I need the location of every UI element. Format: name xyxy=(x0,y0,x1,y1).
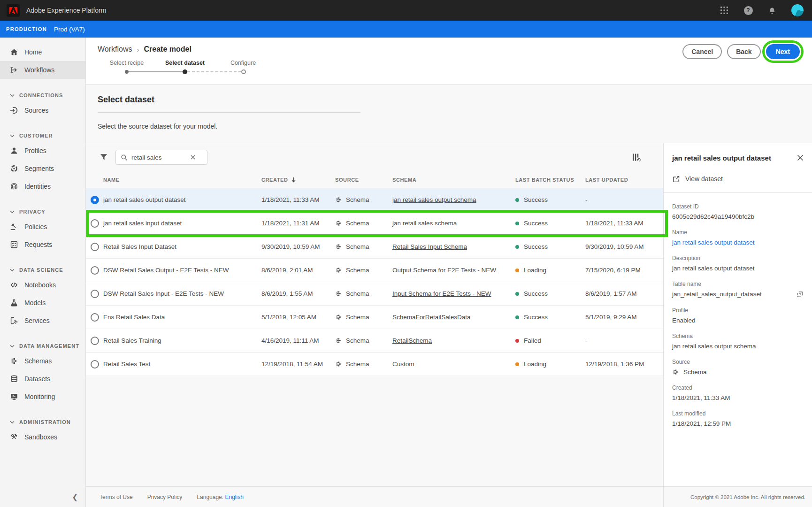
column-settings-icon[interactable] xyxy=(631,153,641,162)
sidebar-section-data-management[interactable]: DATA MANAGEMENT xyxy=(0,340,85,352)
adobe-logo-icon xyxy=(9,7,17,14)
copy-icon[interactable] xyxy=(796,291,804,298)
dataset-table-area: NAME CREATED SOURCE SCHEMA LAST BATCH ST… xyxy=(86,143,663,507)
column-header-source[interactable]: SOURCE xyxy=(335,177,392,183)
sidebar-item-datasets[interactable]: Datasets xyxy=(0,370,85,388)
status-dot-loading xyxy=(515,362,519,366)
column-header-name[interactable]: NAME xyxy=(103,177,261,183)
status-dot-success xyxy=(515,292,519,296)
sidebar-section-administration[interactable]: ADMINISTRATION xyxy=(0,416,85,428)
section-description: Select the source dataset for your model… xyxy=(98,123,812,130)
dataset-radio[interactable] xyxy=(91,337,99,345)
notifications-bell-icon[interactable] xyxy=(767,6,777,15)
sidebar-item-sandboxes[interactable]: Sandboxes xyxy=(0,428,85,446)
dataset-radio[interactable] xyxy=(91,290,99,298)
sidebar-item-requests[interactable]: Requests xyxy=(0,236,85,254)
step-dot-upcoming xyxy=(241,69,246,74)
cancel-button[interactable]: Cancel xyxy=(682,44,722,59)
schema-link[interactable]: jan retail sales output schema xyxy=(392,196,476,203)
sidebar-section-data-science[interactable]: DATA SCIENCE xyxy=(0,264,85,276)
help-icon[interactable]: ? xyxy=(743,6,753,15)
sidebar-item-sources[interactable]: Sources xyxy=(0,101,85,119)
app-grid-icon[interactable] xyxy=(720,6,729,15)
dataset-name-link[interactable]: jan retail sales output dataset xyxy=(672,239,804,246)
schema-source-icon xyxy=(335,267,342,274)
column-header-schema[interactable]: SCHEMA xyxy=(392,177,515,183)
sidebar-collapse-chevron[interactable]: ❮ xyxy=(72,493,78,501)
table-row[interactable]: Retail Sales Input Dataset 9/30/2019, 10… xyxy=(86,235,663,259)
panel-schema-link[interactable]: jan retail sales output schema xyxy=(672,343,804,350)
dataset-created: 8/6/2019, 1:55 AM xyxy=(261,290,335,297)
user-avatar[interactable] xyxy=(791,4,804,16)
next-button[interactable]: Next xyxy=(766,44,800,59)
clear-search-icon[interactable] xyxy=(191,155,195,160)
sidebar-section-customer[interactable]: CUSTOMER xyxy=(0,130,85,142)
terms-of-use-link[interactable]: Terms of Use xyxy=(100,494,133,500)
sidebar-item-identities[interactable]: Identities xyxy=(0,177,85,195)
language-link[interactable]: English xyxy=(225,494,243,500)
dataset-radio[interactable] xyxy=(91,219,99,228)
table-row[interactable]: Retail Sales Test 12/19/2018, 11:54 AM S… xyxy=(86,353,663,376)
sidebar-section-connections[interactable]: CONNECTIONS xyxy=(0,89,85,101)
status-label: Failed xyxy=(524,337,541,344)
field-description: Description jan retail sales output data… xyxy=(672,255,804,272)
step-dot-complete xyxy=(125,70,129,74)
dataset-radio-selected[interactable] xyxy=(91,196,99,204)
schema-link[interactable]: SchemaForRetailSalesData xyxy=(392,314,471,321)
sidebar-item-services[interactable]: Services xyxy=(0,312,85,330)
section-intro: Select dataset Select the source dataset… xyxy=(86,84,812,143)
schema-link[interactable]: jan retail sales schema xyxy=(392,220,457,227)
dataset-radio[interactable] xyxy=(91,360,99,369)
copyright-text: Copyright © 2021 Adobe Inc. All rights r… xyxy=(690,494,805,500)
breadcrumb-workflows[interactable]: Workflows xyxy=(98,45,132,54)
dataset-radio[interactable] xyxy=(91,313,99,322)
back-button[interactable]: Back xyxy=(727,44,760,59)
sidebar-item-profiles[interactable]: Profiles xyxy=(0,142,85,160)
sidebar-section-privacy[interactable]: PRIVACY xyxy=(0,206,85,218)
sidebar-item-workflows[interactable]: Workflows xyxy=(0,61,85,79)
schema-link[interactable]: Retail Sales Input Schema xyxy=(392,243,467,250)
column-header-last-batch-status[interactable]: LAST BATCH STATUS xyxy=(515,177,585,183)
privacy-policy-link[interactable]: Privacy Policy xyxy=(147,494,183,500)
sort-descending-icon[interactable] xyxy=(291,177,296,183)
view-dataset-button[interactable]: View dataset xyxy=(672,175,804,183)
table-row[interactable]: jan retail sales output dataset 1/18/202… xyxy=(86,188,663,212)
table-row[interactable]: DSW Retail Sales Output - E2E Tests - NE… xyxy=(86,259,663,282)
adobe-logo[interactable] xyxy=(7,4,20,17)
table-row[interactable]: jan retail sales input dataset 1/18/2021… xyxy=(86,212,663,235)
policies-icon xyxy=(10,223,18,231)
schema-link[interactable]: RetailSchema xyxy=(392,337,432,344)
screen: Adobe Experience Platform ? PRODUCTION P xyxy=(0,0,812,507)
sidebar-item-monitoring[interactable]: Monitoring xyxy=(0,388,85,406)
sidebar-item-notebooks[interactable]: Notebooks xyxy=(0,276,85,294)
status-dot-success xyxy=(515,245,519,249)
environment-selector[interactable]: Prod (VA7) xyxy=(54,26,85,33)
schema-link[interactable]: Input Schema for E2E Tests - NEW xyxy=(392,290,491,297)
sidebar-item-models[interactable]: Models xyxy=(0,294,85,312)
sidebar-item-label: Policies xyxy=(24,223,47,230)
schema-source-icon xyxy=(335,337,342,344)
dataset-last-updated: 9/30/2019, 10:59 AM xyxy=(585,243,663,250)
datasets-icon xyxy=(10,375,18,383)
sidebar-item-home[interactable]: Home xyxy=(0,43,85,61)
close-icon[interactable] xyxy=(797,154,804,161)
status-label: Loading xyxy=(524,267,546,274)
sidebar-item-segments[interactable]: Segments xyxy=(0,160,85,177)
dataset-name: DSW Retail Sales Input - E2E Tests - NEW xyxy=(103,290,261,297)
production-badge: PRODUCTION xyxy=(6,26,47,32)
column-header-created[interactable]: CREATED xyxy=(261,177,288,183)
dataset-last-updated: 5/1/2019, 9:29 AM xyxy=(585,314,663,321)
dataset-radio[interactable] xyxy=(91,243,99,251)
dataset-radio[interactable] xyxy=(91,266,99,275)
schema-link[interactable]: Output Schema for E2E Tests - NEW xyxy=(392,267,496,274)
sidebar-item-policies[interactable]: Policies xyxy=(0,218,85,236)
dataset-last-updated: 8/6/2019, 1:57 AM xyxy=(585,290,663,297)
table-row[interactable]: Ens Retail Sales Data 5/1/2019, 12:05 AM… xyxy=(86,306,663,329)
search-input[interactable] xyxy=(131,154,187,161)
table-row[interactable]: DSW Retail Sales Input - E2E Tests - NEW… xyxy=(86,282,663,306)
table-row[interactable]: Retail Sales Training 4/16/2019, 11:11 A… xyxy=(86,329,663,353)
status-dot-success xyxy=(515,222,519,225)
filter-funnel-icon[interactable] xyxy=(100,154,108,161)
column-header-last-updated[interactable]: LAST UPDATED xyxy=(585,177,663,183)
sidebar-item-schemas[interactable]: Schemas xyxy=(0,352,85,370)
